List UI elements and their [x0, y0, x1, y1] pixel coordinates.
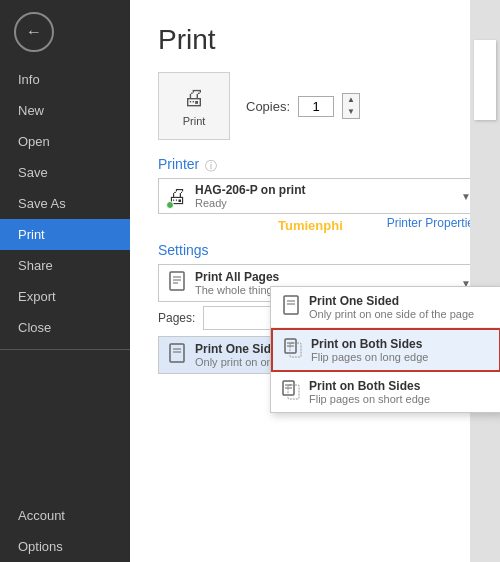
both-sides-long-text: Print on Both Sides Flip pages on long e…	[311, 337, 428, 363]
preview-pane	[470, 0, 500, 562]
print-all-pages-main: Print All Pages	[195, 270, 453, 284]
sidebar-item-share[interactable]: Share	[0, 250, 130, 281]
svg-rect-0	[170, 272, 184, 290]
sidebar-item-new[interactable]: New	[0, 95, 130, 126]
printer-section-title: Printer	[158, 156, 199, 172]
sidebar-item-account[interactable]: Account	[0, 500, 130, 531]
preview-sheet	[474, 40, 496, 120]
printer-info-icon: ⓘ	[205, 158, 217, 175]
dropdown-item-one-sided[interactable]: Print One Sided Only print on one side o…	[271, 287, 500, 328]
copies-decrement[interactable]: ▼	[343, 106, 359, 118]
sidebar-item-export[interactable]: Export	[0, 281, 130, 312]
page-title: Print	[158, 24, 480, 56]
back-button[interactable]: ←	[14, 12, 54, 52]
sidebar-item-options[interactable]: Options	[0, 531, 130, 562]
printer-status: Ready	[195, 197, 453, 209]
copies-input[interactable]	[298, 96, 334, 117]
sidebar-item-save[interactable]: Save	[0, 157, 130, 188]
one-sided-text: Print One Sided Only print on one side o…	[309, 294, 474, 320]
copies-label: Copies:	[246, 99, 290, 114]
printer-info: HAG-206-P on print Ready	[195, 183, 453, 209]
sidebar: ← Info New Open Save Save As Print Share…	[0, 0, 130, 562]
print-button-label: Print	[183, 115, 206, 127]
printer-ready-dot	[166, 201, 174, 209]
svg-rect-7	[284, 296, 298, 314]
copies-area: Copies: ▲ ▼	[246, 93, 360, 119]
dropdown-item-both-sides-short[interactable]: Print on Both Sides Flip pages on short …	[271, 372, 500, 412]
sidebar-item-open[interactable]: Open	[0, 126, 130, 157]
printer-properties-link[interactable]: Printer Properties	[158, 216, 480, 230]
settings-section-title: Settings	[158, 242, 480, 258]
one-sided-sub: Only print on one side of the page	[309, 308, 474, 320]
one-sided-main: Print One Sided	[309, 294, 474, 308]
copies-spinner: ▲ ▼	[342, 93, 360, 119]
dropdown-item-both-sides-long[interactable]: Print on Both Sides Flip pages on long e…	[271, 328, 500, 372]
back-icon: ←	[26, 23, 42, 41]
print-all-pages-icon	[167, 271, 187, 296]
printer-icon: 🖨	[183, 85, 205, 111]
main-content: Print 🖨 Print Copies: ▲ ▼ Printer ⓘ 🖨	[130, 0, 500, 562]
both-sides-short-icon	[281, 380, 301, 405]
both-sides-long-icon	[283, 338, 303, 363]
both-sides-long-sub: Flip pages on long edge	[311, 351, 428, 363]
sides-dropdown: Print One Sided Only print on one side o…	[270, 286, 500, 413]
sided-icon	[167, 343, 187, 368]
sidebar-item-close[interactable]: Close	[0, 312, 130, 343]
both-sides-short-main: Print on Both Sides	[309, 379, 430, 393]
print-button[interactable]: 🖨 Print	[158, 72, 230, 140]
sidebar-divider	[0, 349, 130, 350]
pages-label: Pages:	[158, 311, 195, 325]
both-sides-short-text: Print on Both Sides Flip pages on short …	[309, 379, 430, 405]
printer-name: HAG-206-P on print	[195, 183, 453, 197]
sidebar-bottom: Account Options	[0, 500, 130, 562]
sidebar-item-info[interactable]: Info	[0, 64, 130, 95]
printer-icon-wrap: 🖨	[167, 185, 187, 208]
print-controls: 🖨 Print Copies: ▲ ▼	[158, 72, 480, 140]
both-sides-long-main: Print on Both Sides	[311, 337, 428, 351]
both-sides-short-sub: Flip pages on short edge	[309, 393, 430, 405]
printer-section: Printer ⓘ 🖨 HAG-206-P on print Ready ▼ P…	[158, 156, 480, 230]
svg-rect-4	[170, 344, 184, 362]
sidebar-item-save-as[interactable]: Save As	[0, 188, 130, 219]
copies-increment[interactable]: ▲	[343, 94, 359, 106]
sidebar-item-print[interactable]: Print	[0, 219, 130, 250]
one-sided-icon	[281, 295, 301, 320]
printer-select[interactable]: 🖨 HAG-206-P on print Ready ▼	[158, 178, 480, 214]
